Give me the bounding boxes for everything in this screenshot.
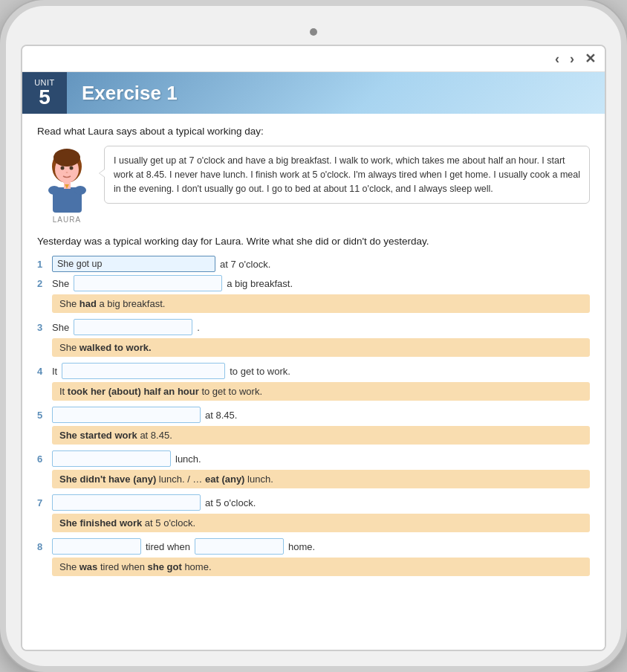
svg-point-3 — [60, 167, 64, 170]
prefix-3: She — [52, 322, 69, 333]
close-button[interactable]: ✕ — [585, 51, 596, 67]
exercise-row: 1 at 7 o'clock. — [37, 256, 590, 272]
laura-avatar: LAURA — [37, 146, 97, 224]
exercise-row: 6 lunch. — [37, 450, 590, 467]
row-number-5: 5 — [37, 410, 48, 421]
row-number-2: 2 — [37, 278, 48, 289]
row-number-3: 3 — [37, 322, 48, 333]
unit-badge: Unit 5 — [22, 72, 67, 114]
row-number-8: 8 — [37, 541, 48, 552]
nav-bar: ‹ › ✕ — [22, 46, 605, 72]
read-prompt: Read what Laura says about a typical wor… — [37, 126, 590, 137]
svg-point-2 — [53, 149, 80, 167]
exercise-row: 4 It to get to work. — [37, 363, 590, 379]
avatar-svg — [39, 146, 95, 213]
svg-point-5 — [65, 172, 68, 173]
exercise-row: 3 She . — [37, 319, 590, 335]
header-bar: Unit 5 Exercise 1 — [22, 72, 605, 114]
input-5[interactable] — [52, 407, 201, 423]
content-area: Read what Laura says about a typical wor… — [22, 114, 605, 650]
input-3[interactable] — [74, 319, 192, 335]
input-6[interactable] — [52, 450, 171, 467]
prefix-4: It — [52, 366, 57, 377]
laura-name: LAURA — [53, 216, 81, 224]
row-number-6: 6 — [37, 453, 48, 465]
mid-8: tired when — [146, 541, 190, 552]
suffix-2: a big breakfast. — [227, 278, 293, 289]
suffix-3: . — [197, 322, 200, 333]
suffix-8: home. — [288, 541, 315, 552]
camera — [310, 28, 317, 36]
answer-bar-5: She started work at 8.45. — [52, 426, 590, 445]
answer-bar-2: She had a big breakfast. — [52, 294, 590, 313]
svg-point-10 — [74, 186, 86, 195]
input-7[interactable] — [52, 494, 201, 511]
suffix-5: at 8.45. — [205, 410, 237, 421]
write-prompt-pre: Yesterday was a typical working day for … — [37, 236, 296, 247]
tablet-screen: ‹ › ✕ Unit 5 Exercise 1 Read what Laura … — [21, 45, 606, 651]
write-prompt: Yesterday was a typical working day for … — [37, 236, 590, 247]
unit-number: 5 — [39, 87, 51, 108]
write-prompt-bold: she did or didn't do yesterday. — [296, 236, 429, 247]
next-button[interactable]: › — [570, 51, 574, 67]
row-number-4: 4 — [37, 366, 48, 377]
input-2[interactable] — [74, 275, 222, 291]
answer-bar-4: It took her (about) half an hour to get … — [52, 382, 590, 401]
input-8b[interactable] — [195, 538, 284, 555]
exercise-row: 8 tired when home. — [37, 538, 590, 555]
row-number-1: 1 — [37, 259, 48, 270]
exercise-title: Exercise 1 — [67, 74, 192, 112]
suffix-4: to get to work. — [230, 366, 290, 377]
input-1[interactable] — [52, 256, 215, 272]
suffix-7: at 5 o'clock. — [205, 497, 256, 508]
input-4[interactable] — [62, 363, 225, 379]
speech-text: I usually get up at 7 o'clock and have a… — [114, 155, 580, 194]
input-8a[interactable] — [52, 538, 141, 555]
answer-bar-8: She was tired when she got home. — [52, 558, 590, 576]
speech-bubble: I usually get up at 7 o'clock and have a… — [104, 146, 590, 204]
suffix-1: at 7 o'clock. — [220, 259, 270, 270]
prefix-2: She — [52, 278, 69, 289]
answer-bar-3: She walked to work. — [52, 338, 590, 357]
exercise-row: 7 at 5 o'clock. — [37, 494, 590, 511]
row-number-7: 7 — [37, 497, 48, 508]
tablet-frame: ‹ › ✕ Unit 5 Exercise 1 Read what Laura … — [0, 0, 627, 672]
laura-section: LAURA I usually get up at 7 o'clock and … — [37, 146, 590, 224]
svg-point-9 — [48, 186, 60, 195]
answer-bar-6: She didn't have (any) lunch. / … eat (an… — [52, 470, 590, 488]
prev-button[interactable]: ‹ — [555, 51, 559, 67]
exercise-row: 5 at 8.45. — [37, 407, 590, 423]
svg-point-4 — [69, 167, 73, 170]
exercise-row: 2 She a big breakfast. — [37, 275, 590, 291]
suffix-6: lunch. — [175, 453, 201, 465]
answer-bar-7: She finished work at 5 o'clock. — [52, 514, 590, 532]
